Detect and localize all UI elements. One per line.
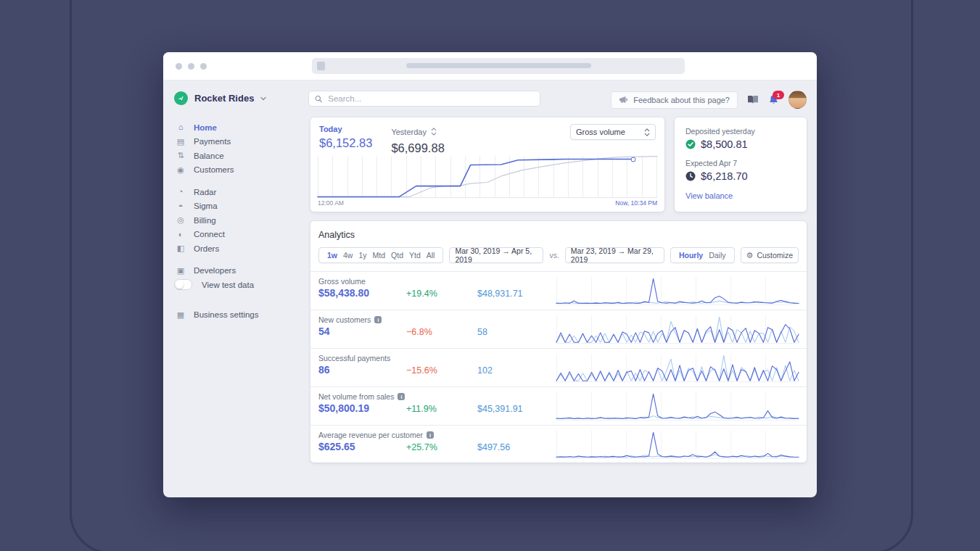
metric-current-value: $50,800.19 bbox=[318, 402, 406, 414]
sidebar-item-label: Home bbox=[194, 123, 217, 132]
clock-icon bbox=[685, 171, 696, 181]
today-metric: Today $6,152.83 bbox=[319, 125, 372, 155]
sidebar-item-label: Radar bbox=[194, 188, 216, 196]
topbar-right-cluster: Feedback about this page? 1 bbox=[611, 91, 807, 109]
developers-icon: ▣ bbox=[176, 267, 186, 275]
connect-icon: ◐ bbox=[176, 231, 186, 239]
deposits-card: Deposited yesterday $8,500.81 Expected A… bbox=[675, 117, 807, 212]
interval-hourly[interactable]: Hourly bbox=[676, 251, 706, 260]
analytics-card: Analytics 1w 4w 1y Mtd Qtd Ytd All Mar 3… bbox=[310, 221, 807, 463]
vs-label: vs. bbox=[549, 251, 559, 260]
address-bar[interactable] bbox=[312, 58, 685, 74]
metric-select[interactable]: Gross volume bbox=[570, 124, 656, 140]
metric-label: Average revenue per customer bbox=[318, 431, 423, 439]
main-content: Feedback about this page? 1 bbox=[305, 80, 817, 497]
previous-date-range[interactable]: Mar 23, 2019 → Mar 29, 2019 bbox=[565, 247, 664, 263]
metric-delta: −6.8% bbox=[406, 327, 477, 337]
interval-toggle: Hourly Daily bbox=[670, 247, 735, 263]
chart-end-marker bbox=[631, 157, 636, 162]
range-all[interactable]: All bbox=[424, 251, 438, 260]
expected-value: $6,218.70 bbox=[701, 170, 748, 182]
metric-delta: +11.9% bbox=[406, 404, 477, 414]
notifications-button[interactable]: 1 bbox=[768, 94, 779, 105]
window-maximize-button[interactable] bbox=[200, 63, 207, 70]
metric-row-average-revenue[interactable]: Average revenue per customeri $625.65 +2… bbox=[310, 425, 807, 463]
comparison-selector[interactable] bbox=[431, 125, 437, 138]
favicon-placeholder bbox=[317, 62, 325, 70]
range-1y[interactable]: 1y bbox=[355, 251, 369, 260]
today-label: Today bbox=[319, 125, 372, 133]
info-icon[interactable]: i bbox=[427, 431, 434, 439]
deposited-label: Deposited yesterday bbox=[685, 127, 796, 136]
customize-label: Customize bbox=[757, 251, 793, 260]
sidebar-item-customers[interactable]: ◉ Customers bbox=[176, 163, 300, 178]
window-minimize-button[interactable] bbox=[188, 63, 194, 70]
payments-icon: ▤ bbox=[176, 138, 186, 146]
feedback-label: Feedback about this page? bbox=[633, 96, 730, 104]
window-controls[interactable] bbox=[176, 63, 207, 70]
test-data-toggle[interactable] bbox=[174, 279, 192, 290]
range-mtd[interactable]: Mtd bbox=[370, 251, 389, 260]
range-1w[interactable]: 1w bbox=[324, 251, 340, 260]
expected-label: Expected Apr 7 bbox=[685, 159, 796, 167]
sigma-icon: ◓ bbox=[176, 202, 186, 210]
sidebar-item-payments[interactable]: ▤ Payments bbox=[176, 135, 300, 149]
axis-start-label: 12:00 AM bbox=[318, 199, 344, 207]
info-icon[interactable]: i bbox=[398, 393, 405, 400]
sidebar-item-billing[interactable]: ◎ Billing bbox=[176, 213, 300, 228]
successful-payments-sparkline bbox=[556, 354, 799, 382]
user-avatar[interactable] bbox=[788, 91, 807, 109]
sidebar-item-label: Business settings bbox=[194, 310, 259, 319]
yesterday-metric: Yesterday $6,699.88 bbox=[391, 125, 444, 155]
metric-previous-value: $48,931.71 bbox=[477, 289, 523, 299]
analytics-filters: 1w 4w 1y Mtd Qtd Ytd All Mar 30, 2019 → … bbox=[310, 240, 807, 271]
browser-chrome bbox=[163, 52, 817, 80]
sidebar: Rocket Rides ⌂ Home ▤ Payments ⇅ Balance bbox=[163, 80, 305, 497]
docs-button[interactable] bbox=[747, 95, 759, 104]
overview-card: Today $6,152.83 Yesterday bbox=[310, 117, 664, 212]
range-ytd[interactable]: Ytd bbox=[406, 251, 424, 260]
chart-x-axis: 12:00 AM Now, 10:34 PM bbox=[318, 199, 657, 207]
gross-volume-chart-canvas bbox=[318, 156, 657, 197]
billing-icon: ◎ bbox=[176, 216, 186, 224]
sidebar-item-orders[interactable]: ◧ Orders bbox=[176, 241, 300, 256]
account-switcher[interactable]: Rocket Rides bbox=[174, 91, 266, 105]
sidebar-item-developers[interactable]: ▣ Developers bbox=[176, 264, 300, 278]
megaphone-icon bbox=[619, 96, 628, 104]
average-revenue-sparkline bbox=[556, 431, 799, 459]
net-volume-sparkline bbox=[556, 392, 799, 420]
current-date-range[interactable]: Mar 30, 2019 → Apr 5, 2019 bbox=[449, 247, 543, 263]
window-close-button[interactable] bbox=[176, 63, 182, 70]
sidebar-item-connect[interactable]: ◐ Connect bbox=[176, 228, 300, 242]
range-qtd[interactable]: Qtd bbox=[388, 251, 406, 260]
deposited-value: $8,500.81 bbox=[701, 138, 748, 150]
sidebar-item-label: Balance bbox=[194, 152, 224, 160]
metric-label: Successful payments bbox=[318, 354, 390, 362]
metric-delta: +25.7% bbox=[406, 442, 477, 452]
feedback-button[interactable]: Feedback about this page? bbox=[611, 91, 738, 109]
sidebar-item-view-test-data[interactable]: View test data bbox=[176, 278, 300, 292]
metric-row-successful-payments[interactable]: Successful payments 86 −15.6% 102 bbox=[310, 348, 807, 386]
range-4w[interactable]: 4w bbox=[340, 251, 355, 260]
sidebar-item-home[interactable]: ⌂ Home bbox=[176, 120, 300, 135]
sidebar-item-balance[interactable]: ⇅ Balance bbox=[176, 149, 300, 163]
customers-icon: ◉ bbox=[176, 166, 186, 174]
view-balance-link[interactable]: View balance bbox=[685, 191, 796, 200]
sidebar-item-business-settings[interactable]: ▦ Business settings bbox=[176, 308, 300, 323]
interval-daily[interactable]: Daily bbox=[706, 251, 728, 260]
sidebar-item-radar[interactable]: ◔ Radar bbox=[176, 185, 300, 199]
metric-label: Gross volume bbox=[318, 277, 366, 286]
info-icon[interactable]: i bbox=[374, 316, 382, 323]
sidebar-item-label: Sigma bbox=[194, 202, 218, 210]
sort-arrows-icon bbox=[431, 128, 437, 136]
metric-row-gross-volume[interactable]: Gross volume $58,438.80 +19.4% $48,931.7… bbox=[310, 271, 807, 310]
sidebar-item-sigma[interactable]: ◓ Sigma bbox=[176, 199, 300, 214]
customize-button[interactable]: ⚙ Customize bbox=[741, 247, 799, 263]
metric-row-net-volume[interactable]: Net volume from salesi $50,800.19 +11.9%… bbox=[310, 386, 807, 425]
metric-select-value: Gross volume bbox=[576, 128, 625, 136]
search-input[interactable] bbox=[326, 94, 534, 104]
metric-previous-value: 102 bbox=[477, 365, 493, 376]
sidebar-nav: ⌂ Home ▤ Payments ⇅ Balance ◉ Customers bbox=[176, 120, 300, 322]
metric-row-new-customers[interactable]: New customersi 54 −6.8% 58 bbox=[310, 310, 807, 348]
search-bar[interactable] bbox=[308, 91, 540, 107]
